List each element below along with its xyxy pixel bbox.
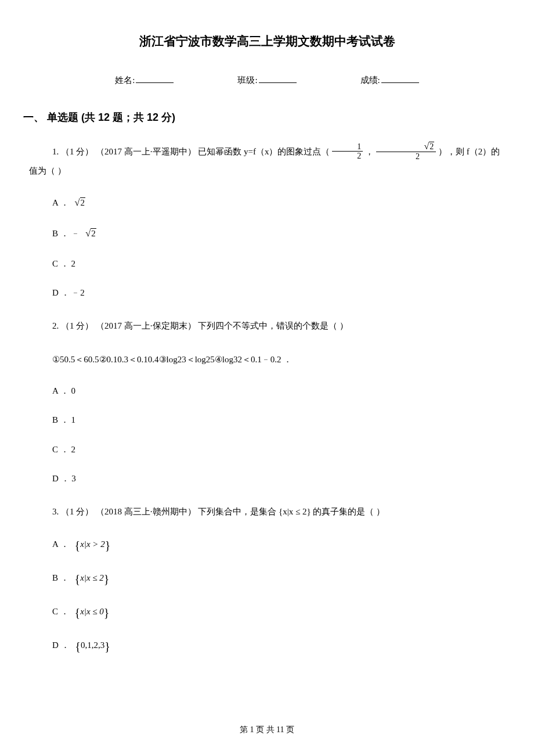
q3-option-c[interactable]: C ． {x|x ≤ 0} xyxy=(52,604,505,621)
brace-close-icon: } xyxy=(104,573,110,585)
q1-stem-before: 已知幂函数 y=f（x）的图象过点（ xyxy=(198,147,330,156)
exam-title: 浙江省宁波市数学高三上学期文数期中考试试卷 xyxy=(29,32,505,51)
sqrt-2-icon: 2 xyxy=(75,196,86,210)
q3-optA-expr: x|x > 2 xyxy=(80,539,105,549)
q3-optB-expr: x|x ≤ 2 xyxy=(80,573,104,582)
name-label: 姓名: xyxy=(115,74,135,87)
q1-optB-label: B ． ﹣ xyxy=(52,229,80,238)
brace-close-icon: } xyxy=(105,539,111,552)
class-field: 班级: xyxy=(237,74,296,87)
q2-stem-text: 下列四个不等式中，错误的个数是（ ） xyxy=(198,321,348,330)
q2-option-a[interactable]: A ． 0 xyxy=(52,384,505,398)
brace-open-icon: { xyxy=(75,606,81,619)
q3-optD-label: D ． xyxy=(52,640,70,650)
brace-open-icon: { xyxy=(75,640,81,653)
q3-optB-label: B ． xyxy=(52,573,69,582)
q3-stem-before: 下列集合中，是集合 xyxy=(198,507,279,516)
q3-optC-expr: x|x ≤ 0 xyxy=(80,607,104,616)
q1-option-c[interactable]: C ． 2 xyxy=(52,257,505,271)
name-field: 姓名: xyxy=(115,74,174,87)
q2-option-d[interactable]: D ． 3 xyxy=(52,472,505,485)
q1-option-d[interactable]: D ． ﹣2 xyxy=(52,286,505,300)
q1-optC-text: C ． 2 xyxy=(52,259,75,268)
q1-option-b[interactable]: B ． ﹣ 2 xyxy=(52,226,505,241)
q3-option-d[interactable]: D ． {0,1,2,3} xyxy=(52,638,505,655)
class-label: 班级: xyxy=(237,74,257,87)
name-blank[interactable] xyxy=(136,74,174,83)
brace-open-icon: { xyxy=(75,539,81,552)
brace-open-icon: { xyxy=(75,573,81,585)
question-2: 2. （1 分） （2017 高一上·保定期末） 下列四个不等式中，错误的个数是… xyxy=(52,317,505,485)
q1-optA-label: A ． xyxy=(52,198,69,207)
sqrt-2-icon: 2 xyxy=(85,226,96,241)
q3-optC-label: C ． xyxy=(52,607,69,616)
q1-num: 1. xyxy=(52,147,61,156)
q3-set-expr: {x|x ≤ 2} xyxy=(279,507,311,516)
page-footer: 第 1 页 共 11 页 xyxy=(0,723,534,736)
q2-option-b[interactable]: B ． 1 xyxy=(52,413,505,427)
q1-option-a[interactable]: A ． 2 xyxy=(52,196,505,210)
q2-num: 2. xyxy=(52,321,61,330)
question-1: 1. （1 分） （2017 高一上·平遥期中） 已知幂函数 y=f（x）的图象… xyxy=(52,143,505,300)
q3-stem-after: 的真子集的是（ ） xyxy=(313,507,385,516)
q3-option-a[interactable]: A ． {x|x > 2} xyxy=(52,537,505,554)
q3-points: （1 分） xyxy=(61,507,93,516)
q1-optD-text: D ． ﹣2 xyxy=(52,288,85,297)
q3-optA-label: A ． xyxy=(52,539,69,549)
q1-point-sep: ， xyxy=(365,147,376,156)
q3-num: 3. xyxy=(52,507,61,516)
brace-close-icon: } xyxy=(104,606,110,619)
fraction-sqrt2-over-2: 22 xyxy=(376,142,436,161)
section-1-header: 一、 单选题 (共 12 题；共 12 分) xyxy=(23,110,505,125)
q3-stem: 3. （1 分） （2018 高三上·赣州期中） 下列集合中，是集合 {x|x … xyxy=(52,503,505,520)
question-3: 3. （1 分） （2018 高三上·赣州期中） 下列集合中，是集合 {x|x … xyxy=(52,503,505,655)
q3-optD-expr: 0,1,2,3 xyxy=(81,640,104,650)
q1-points: （1 分） xyxy=(61,147,93,156)
q1-source: （2017 高一上·平遥期中） xyxy=(96,147,196,156)
score-field: 成绩: xyxy=(360,74,419,87)
class-blank[interactable] xyxy=(259,74,297,83)
q2-stem: 2. （1 分） （2017 高一上·保定期末） 下列四个不等式中，错误的个数是… xyxy=(52,317,505,334)
student-info-row: 姓名: 班级: 成绩: xyxy=(29,74,505,87)
score-blank[interactable] xyxy=(381,74,419,83)
q3-option-b[interactable]: B ． {x|x ≤ 2} xyxy=(52,570,505,588)
q3-source: （2018 高三上·赣州期中） xyxy=(96,507,196,516)
brace-close-icon: } xyxy=(104,640,110,653)
q2-items: ①50.5＜60.5②0.10.3＜0.10.4③log23＜log25④log… xyxy=(52,351,505,368)
score-label: 成绩: xyxy=(360,74,380,87)
q1-stem: 1. （1 分） （2017 高一上·平遥期中） 已知幂函数 y=f（x）的图象… xyxy=(29,143,505,179)
q2-option-c[interactable]: C ． 2 xyxy=(52,443,505,456)
fraction-half: 12 xyxy=(332,142,363,161)
q2-points: （1 分） xyxy=(61,321,93,330)
q2-source: （2017 高一上·保定期末） xyxy=(96,321,196,330)
